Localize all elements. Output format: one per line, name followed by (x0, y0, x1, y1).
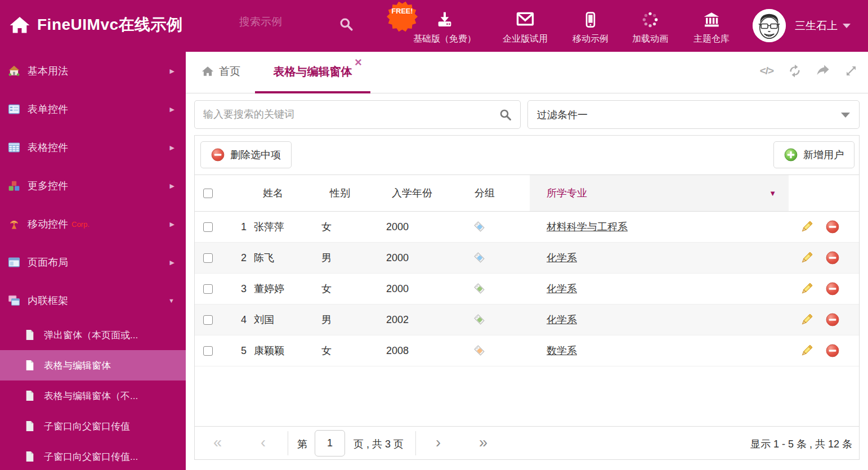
cubes-icon (8, 180, 20, 192)
sidebar-subitem-popup-window[interactable]: 弹出窗体（本页面或... (0, 320, 186, 350)
delete-selected-button[interactable]: 删除选中项 (200, 141, 292, 168)
sidebar-item-page-layout[interactable]: 页面布局 (0, 243, 186, 281)
row-checkbox[interactable] (203, 315, 213, 325)
cell-year: 2000 (386, 243, 473, 273)
delete-row-icon[interactable] (826, 220, 839, 234)
tag-icon (473, 221, 486, 233)
tab-close-icon[interactable] (355, 56, 362, 69)
pager-first-button[interactable]: « (213, 435, 222, 450)
cell-year: 2000 (386, 212, 473, 242)
chevron-right-icon (170, 106, 175, 113)
keyword-search-box (194, 100, 521, 129)
pager-prev-button[interactable]: ‹ (261, 435, 266, 450)
major-link[interactable]: 化学系 (547, 282, 577, 296)
chevron-right-icon (170, 68, 175, 75)
user-avatar[interactable] (753, 9, 786, 42)
source-code-icon[interactable]: </> (759, 63, 775, 79)
edit-icon[interactable] (800, 282, 813, 296)
row-checkbox[interactable] (203, 346, 213, 356)
column-header-major[interactable]: 所学专业 (530, 175, 789, 211)
table-header: 姓名 性别 入学年份 分组 所学专业 (195, 175, 859, 212)
column-header-group[interactable]: 分组 (473, 175, 530, 211)
chevron-right-icon (170, 221, 175, 228)
nav-item-theme-repo[interactable]: 主题仓库 (683, 8, 740, 45)
row-checkbox[interactable] (203, 284, 213, 294)
refresh-icon[interactable] (787, 63, 803, 79)
mobile-icon (562, 8, 619, 29)
edit-icon[interactable] (800, 313, 813, 326)
file-icon (25, 420, 35, 432)
filter-dropdown[interactable]: 过滤条件一 (527, 100, 860, 129)
expand-icon[interactable] (843, 63, 859, 79)
file-icon (25, 329, 35, 341)
row-number: 4 (229, 305, 251, 335)
tab-grid-edit-window[interactable]: 表格与编辑窗体 (255, 52, 370, 93)
row-number: 1 (229, 212, 251, 242)
app-header: FineUIMvc在线示例 FREE! 基础版（免费） 企业版试用 移动示例 (0, 0, 868, 52)
table-row: 2 陈飞 男 2000 化学系 (195, 243, 859, 274)
pager-page-input[interactable] (315, 430, 345, 456)
tag-icon (473, 344, 486, 357)
nav-item-loading-animation[interactable]: 加载动画 (622, 8, 678, 45)
app-title[interactable]: FineUIMvc在线示例 (37, 14, 183, 35)
share-icon[interactable] (815, 63, 831, 79)
major-link[interactable]: 数学系 (547, 344, 577, 357)
sidebar-item-grid-controls[interactable]: 表格控件 (0, 128, 186, 167)
svg-text:FREE!: FREE! (391, 7, 413, 15)
sidebar-item-basic-usage[interactable]: 基本用法 (0, 52, 186, 90)
sidebar-item-mobile-controls[interactable]: 移动控件 Corp. (0, 205, 186, 243)
delete-row-icon[interactable] (826, 313, 839, 326)
cell-name: 董婷婷 (251, 274, 321, 304)
major-link[interactable]: 材料科学与工程系 (547, 220, 628, 234)
free-badge: FREE! (387, 1, 418, 32)
nav-item-mobile-demo[interactable]: 移动示例 (562, 8, 619, 45)
major-link[interactable]: 化学系 (547, 313, 577, 326)
delete-row-icon[interactable] (826, 282, 839, 296)
tag-icon (473, 252, 486, 264)
column-header-gender[interactable]: 性别 (321, 175, 386, 211)
user-menu[interactable]: 三生石上 (795, 19, 851, 33)
major-link[interactable]: 化学系 (547, 251, 577, 265)
select-all-checkbox[interactable] (203, 189, 213, 198)
sidebar-item-form-controls[interactable]: 表单控件 (0, 90, 186, 128)
tab-home[interactable]: 首页 (202, 64, 240, 79)
keyword-search-input[interactable] (203, 101, 490, 128)
table-row: 1 张萍萍 女 2000 材料科学与工程系 (195, 212, 859, 243)
column-header-year[interactable]: 入学年份 (386, 175, 473, 211)
edit-icon[interactable] (800, 251, 813, 265)
frames-icon (8, 294, 20, 307)
sidebar-subitem-child-to-parent-2[interactable]: 子窗口向父窗口传值... (0, 441, 186, 470)
edit-icon[interactable] (800, 344, 813, 357)
file-icon (25, 451, 35, 462)
table-row: 4 刘国 男 2002 化学系 (195, 305, 859, 335)
search-icon[interactable] (499, 108, 512, 122)
delete-row-icon[interactable] (826, 344, 839, 357)
edit-icon[interactable] (800, 220, 813, 234)
chevron-right-icon (170, 182, 175, 190)
sidebar-item-more-controls[interactable]: 更多控件 (0, 167, 186, 205)
cell-gender: 女 (321, 274, 386, 304)
sidebar-subitem-grid-edit-window-2[interactable]: 表格与编辑窗体（不... (0, 381, 186, 411)
nav-item-enterprise-trial[interactable]: 企业版试用 (491, 8, 559, 45)
logo-home-icon[interactable] (9, 15, 30, 36)
active-tab-underline (255, 91, 370, 93)
delete-row-icon[interactable] (826, 251, 839, 265)
sidebar-subitem-grid-edit-window[interactable]: 表格与编辑窗体 (0, 350, 186, 381)
chevron-down-icon (843, 24, 851, 28)
row-checkbox[interactable] (203, 253, 213, 263)
add-user-button[interactable]: 新增用户 (773, 141, 854, 168)
column-header-name[interactable]: 姓名 (251, 175, 321, 211)
tab-bar: 首页 表格与编辑窗体 </> (186, 52, 868, 93)
row-checkbox[interactable] (203, 222, 213, 232)
cell-gender: 男 (321, 243, 386, 273)
minus-circle-icon (211, 148, 225, 162)
sidebar-item-inline-frame[interactable]: 内联框架 (0, 281, 186, 320)
pager-page-prefix: 第 (297, 437, 307, 451)
header-search-input[interactable] (239, 16, 332, 28)
pager-last-button[interactable]: » (479, 435, 487, 450)
sidebar-subitem-child-to-parent[interactable]: 子窗口向父窗口传值 (0, 411, 186, 441)
file-icon (25, 360, 35, 371)
pager-next-button[interactable]: › (436, 435, 441, 450)
header-search-icon[interactable] (339, 17, 354, 32)
cell-year: 2000 (386, 274, 473, 304)
